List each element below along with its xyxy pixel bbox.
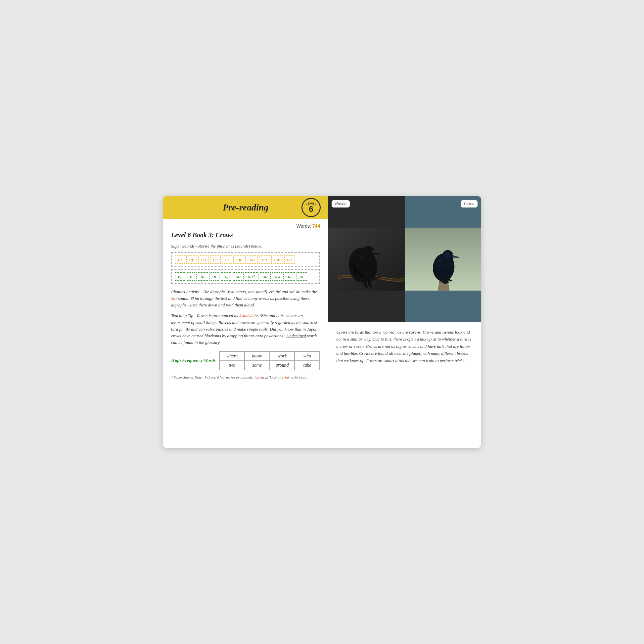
sound-ay: ay	[186, 255, 197, 264]
hfw-label: High Frequency Words	[171, 358, 216, 363]
raven-image: Raven	[328, 196, 404, 322]
sound-ew: ew	[271, 255, 283, 264]
hfw-take: take	[295, 361, 320, 370]
sound-ow: ow	[272, 272, 284, 281]
sound-ar: ar	[285, 272, 295, 281]
hfw-container: High Frequency Words where know work who…	[171, 351, 320, 370]
crow-image: Crow	[405, 196, 481, 322]
underlined-keyword: Underlined	[286, 333, 306, 338]
sound-oi: oi	[209, 272, 219, 281]
hfw-around: around	[270, 361, 295, 370]
raven-svg	[328, 196, 404, 322]
hfw-work: work	[270, 351, 295, 361]
sound-oo2: oo*	[245, 272, 258, 281]
hfw-grid: where know work who two some around take	[219, 351, 320, 370]
crow-svg	[405, 196, 481, 322]
sound-ai: ai	[175, 255, 185, 264]
level-number: 6	[309, 205, 313, 213]
super-sounds-label: Super Sounds - Revise the phonemes (soun…	[171, 244, 320, 249]
page-container: Pre-reading LEVEL 6 Words: 744 Level 6 B…	[163, 196, 481, 448]
er-highlight: /er/	[171, 296, 177, 301]
sound-ou: ou	[259, 255, 270, 264]
sound-ou2: ou	[260, 272, 271, 281]
sounds-row1: ai ay ea ee ie igh oa ou ew ue	[171, 252, 320, 267]
hfw-where: where	[219, 351, 245, 361]
footer-note: * Super Sounds Note - In Level 6 'oo' ma…	[171, 375, 320, 380]
hfw-know: know	[245, 351, 270, 361]
sound-oo1: oo	[233, 272, 244, 281]
svg-point-5	[373, 252, 374, 252]
words-line: Words: 744	[171, 223, 320, 229]
corvid-underline: corvid	[384, 330, 394, 335]
sound-oa: oa	[247, 255, 258, 264]
words-label: Words:	[297, 223, 311, 229]
sounds-row2: er ir ur oi oy oo oo* ou ow ar or	[171, 269, 320, 284]
sound-igh: igh	[233, 255, 246, 264]
phonics-section: Phonics Activity - The digraphs (two let…	[171, 289, 320, 308]
raven-pronunciation: /r/ae/v/e/n/	[239, 313, 258, 318]
oo-look: /oo/	[254, 375, 260, 379]
teaching-tip: Teaching Tip - Raven is pronounced as /r…	[171, 312, 320, 346]
bird-images: Raven	[328, 196, 481, 322]
sound-ee: ee	[210, 255, 220, 264]
sound-ie: ie	[222, 255, 232, 264]
sound-ue: ue	[284, 255, 295, 264]
hfw-some: some	[245, 361, 270, 370]
left-content: Words: 744 Level 6 Book 3: Crows Super S…	[163, 223, 328, 380]
oo-soon: /oo/	[284, 375, 290, 379]
pre-reading-title: Pre-reading	[223, 202, 268, 213]
hfw-who: who	[295, 351, 320, 361]
left-panel: Pre-reading LEVEL 6 Words: 744 Level 6 B…	[163, 196, 328, 448]
pre-reading-header: Pre-reading LEVEL 6	[163, 196, 328, 219]
sound-or: or	[297, 272, 307, 281]
svg-point-16	[452, 254, 453, 255]
sound-ea: ea	[198, 255, 209, 264]
words-count: 744	[312, 223, 320, 229]
book-title: Level 6 Book 3: Crows	[171, 231, 320, 239]
sound-oy: oy	[221, 272, 231, 281]
right-text-body: Crows are birds that are a 'corvid', as …	[328, 322, 481, 371]
raven-label: Raven	[332, 200, 350, 207]
right-panel: Raven	[328, 196, 481, 448]
crow-label: Crow	[461, 200, 478, 207]
sound-ir: ir	[187, 272, 197, 281]
svg-point-13	[443, 252, 450, 259]
hfw-two: two	[219, 361, 245, 370]
sound-er: er	[175, 272, 185, 281]
sound-ur: ur	[198, 272, 208, 281]
level-badge: LEVEL 6	[301, 198, 321, 217]
